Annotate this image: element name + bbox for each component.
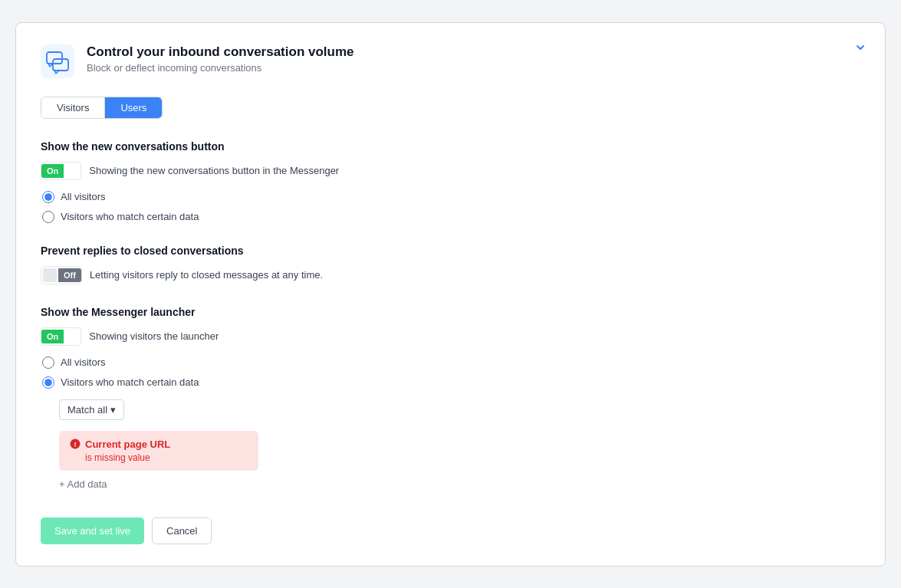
radio-match-data-2[interactable]: Visitors who match certain data bbox=[42, 376, 860, 389]
chevron-down-icon bbox=[854, 41, 866, 54]
save-button[interactable]: Save and set live bbox=[41, 517, 144, 544]
radio-all-visitors-1[interactable]: All visitors bbox=[42, 191, 860, 203]
radio-match-data-1[interactable]: Visitors who match certain data bbox=[42, 211, 860, 223]
radio-label-all-visitors-2: All visitors bbox=[61, 356, 106, 368]
footer: Save and set live Cancel bbox=[41, 511, 860, 544]
radio-group-launcher: All visitors Visitors who match certain … bbox=[42, 356, 860, 389]
section-prevent-replies: Prevent replies to closed conversations … bbox=[41, 245, 860, 284]
match-all-row: Match all ▾ bbox=[59, 399, 860, 420]
toggle-prevent-replies[interactable]: Off Letting visitors reply to closed mes… bbox=[41, 266, 860, 284]
error-card-title: ! Current page URL bbox=[70, 439, 248, 450]
toggle-messenger-launcher[interactable]: On Showing visitors the launcher bbox=[41, 327, 860, 346]
section-new-conversations: Show the new conversations button On Sho… bbox=[41, 140, 860, 223]
add-data-link[interactable]: + Add data bbox=[59, 478, 860, 490]
error-subtitle-text: is missing value bbox=[85, 452, 248, 463]
tab-group: Visitors Users bbox=[41, 97, 163, 119]
error-card: ! Current page URL is missing value bbox=[59, 431, 258, 471]
tab-users[interactable]: Users bbox=[105, 97, 162, 118]
header-text: Control your inbound conversation volume… bbox=[87, 44, 354, 74]
radio-label-match-data-2: Visitors who match certain data bbox=[61, 376, 199, 388]
toggle-on-messenger-launcher[interactable]: On bbox=[41, 327, 81, 346]
radio-group-new-conversations: All visitors Visitors who match certain … bbox=[42, 191, 860, 223]
toggle-description-new-conversations: Showing the new conversations button in … bbox=[89, 165, 339, 176]
radio-label-match-data-1: Visitors who match certain data bbox=[61, 211, 199, 222]
conversations-icon bbox=[41, 44, 74, 78]
svg-text:!: ! bbox=[74, 441, 77, 448]
radio-input-match-data-1[interactable] bbox=[42, 211, 54, 223]
radio-input-all-visitors-1[interactable] bbox=[42, 191, 54, 203]
add-data-label: + Add data bbox=[59, 478, 107, 490]
toggle-description-prevent-replies: Letting visitors reply to closed message… bbox=[90, 269, 323, 281]
error-icon: ! bbox=[70, 439, 81, 449]
toggle-off-prevent-replies[interactable]: Off bbox=[41, 266, 82, 284]
radio-input-all-visitors-2[interactable] bbox=[42, 356, 54, 369]
toggle-on-new-conversations[interactable]: On bbox=[41, 162, 81, 180]
section-messenger-launcher: Show the Messenger launcher On Showing v… bbox=[41, 306, 860, 490]
page-subtitle: Block or deflect incoming conversations bbox=[87, 62, 354, 74]
header: Control your inbound conversation volume… bbox=[41, 44, 860, 78]
toggle-description-launcher: Showing visitors the launcher bbox=[89, 330, 219, 342]
radio-all-visitors-2[interactable]: All visitors bbox=[42, 356, 860, 369]
tab-visitors[interactable]: Visitors bbox=[41, 97, 105, 118]
cancel-button[interactable]: Cancel bbox=[152, 517, 212, 544]
toggle-new-conversations[interactable]: On Showing the new conversations button … bbox=[41, 162, 860, 180]
match-all-button[interactable]: Match all ▾ bbox=[59, 399, 124, 420]
match-all-label: Match all bbox=[67, 404, 107, 416]
radio-input-match-data-2[interactable] bbox=[42, 376, 54, 389]
section-messenger-launcher-title: Show the Messenger launcher bbox=[41, 306, 860, 318]
page-title: Control your inbound conversation volume bbox=[87, 44, 354, 60]
error-title-text: Current page URL bbox=[85, 439, 170, 450]
toggle-on-label: On bbox=[41, 164, 64, 178]
svg-rect-0 bbox=[41, 44, 74, 78]
toggle-switch-off bbox=[43, 268, 57, 282]
toggle-switch-launcher bbox=[65, 330, 79, 343]
main-card: Control your inbound conversation volume… bbox=[15, 22, 886, 567]
radio-label-all-visitors-1: All visitors bbox=[61, 191, 106, 202]
section-prevent-replies-title: Prevent replies to closed conversations bbox=[41, 245, 860, 257]
toggle-on-label-launcher: On bbox=[41, 330, 64, 343]
section-new-conversations-title: Show the new conversations button bbox=[41, 140, 860, 153]
collapse-button[interactable] bbox=[854, 41, 866, 56]
toggle-off-label: Off bbox=[58, 268, 81, 282]
match-all-chevron: ▾ bbox=[110, 404, 116, 416]
toggle-switch bbox=[65, 164, 79, 178]
